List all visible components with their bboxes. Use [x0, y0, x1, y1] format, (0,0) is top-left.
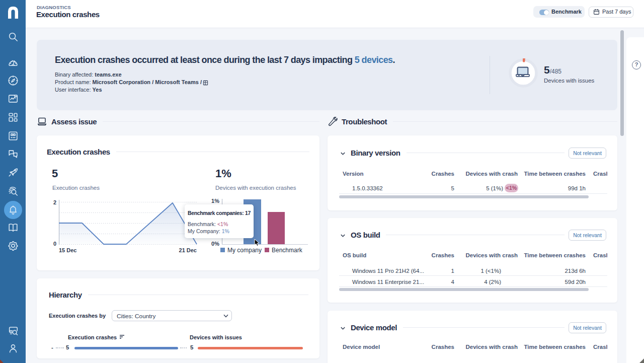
svg-text:0: 0 — [53, 241, 56, 247]
svg-text:Benchmark: Benchmark — [272, 247, 303, 254]
svg-text:0%: 0% — [211, 241, 219, 247]
svg-text:1%: 1% — [211, 198, 219, 204]
svg-text:21 Dec: 21 Dec — [179, 247, 197, 253]
svg-text:15 Dec: 15 Dec — [59, 247, 76, 253]
svg-text:My company: My company — [227, 247, 262, 254]
svg-text:2: 2 — [53, 199, 56, 205]
